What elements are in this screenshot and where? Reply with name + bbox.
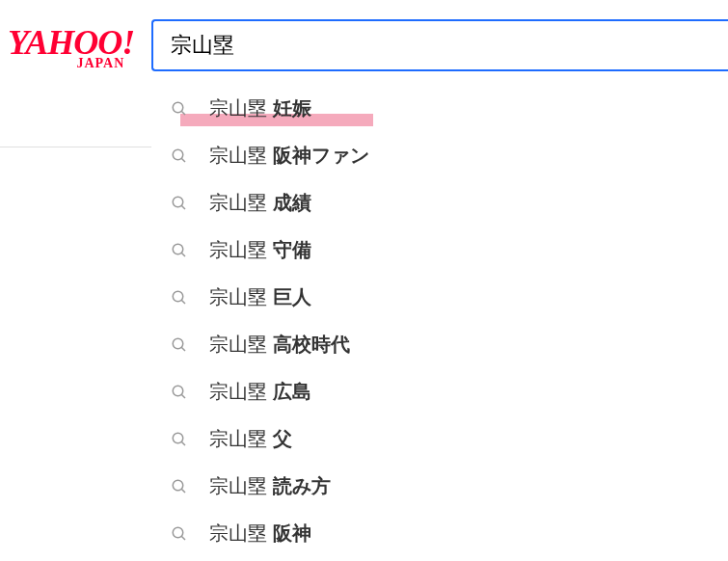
suggestion-item[interactable]: 宗山塁 巨人 (151, 274, 728, 321)
header: YAHOO! JAPAN 宗山塁 妊娠宗山塁 阪神ファン宗山塁 成績宗山塁 守備… (0, 0, 728, 71)
suggestion-item[interactable]: 宗山塁 阪神 (151, 510, 728, 557)
suggestion-completion: 守備 (273, 239, 311, 260)
logo-main-text: YAHOO! (8, 27, 134, 58)
svg-point-16 (174, 480, 184, 491)
suggestion-item[interactable]: 宗山塁 読み方 (151, 463, 728, 510)
search-input[interactable] (151, 19, 728, 71)
suggestion-prefix: 宗山塁 (209, 286, 273, 307)
svg-point-6 (174, 244, 184, 254)
suggestion-text: 宗山塁 成績 (209, 190, 311, 216)
suggestion-completion: 父 (273, 428, 292, 449)
suggestion-prefix: 宗山塁 (209, 381, 273, 402)
search-icon (171, 242, 188, 259)
svg-line-11 (182, 347, 186, 351)
svg-line-13 (182, 394, 186, 398)
svg-line-1 (182, 111, 186, 115)
search-icon (171, 431, 188, 448)
suggestion-item[interactable]: 宗山塁 成績 (151, 179, 728, 227)
suggestion-prefix: 宗山塁 (209, 145, 273, 166)
suggestion-text: 宗山塁 妊娠 (209, 95, 311, 121)
suggestion-completion: 広島 (273, 381, 311, 402)
suggestion-completion: 成績 (273, 192, 311, 213)
search-icon (171, 336, 188, 354)
suggestion-completion: 阪神 (273, 522, 311, 544)
svg-line-3 (182, 158, 186, 162)
suggestion-text: 宗山塁 守備 (209, 237, 311, 263)
svg-point-0 (174, 102, 184, 113)
search-icon (171, 100, 188, 118)
search-icon (171, 478, 188, 495)
svg-line-5 (182, 205, 186, 209)
svg-line-7 (182, 253, 186, 256)
svg-point-18 (174, 527, 184, 538)
suggestion-prefix: 宗山塁 (209, 192, 273, 213)
suggestion-prefix: 宗山塁 (209, 97, 273, 119)
suggestion-prefix: 宗山塁 (209, 522, 273, 544)
suggestion-completion: 妊娠 (273, 97, 311, 119)
svg-point-8 (174, 291, 184, 302)
svg-line-15 (182, 441, 186, 445)
suggestion-text: 宗山塁 高校時代 (209, 332, 350, 358)
search-icon (171, 147, 188, 165)
suggestion-item[interactable]: 宗山塁 妊娠 (151, 85, 728, 132)
suggestion-item[interactable]: 宗山塁 広島 (151, 368, 728, 415)
svg-line-9 (182, 300, 186, 304)
suggestion-text: 宗山塁 阪神 (209, 521, 311, 547)
suggestion-prefix: 宗山塁 (209, 428, 273, 449)
search-icon (171, 384, 188, 401)
search-icon (171, 195, 188, 212)
search-container: 宗山塁 妊娠宗山塁 阪神ファン宗山塁 成績宗山塁 守備宗山塁 巨人宗山塁 高校時… (151, 19, 728, 71)
suggestion-prefix: 宗山塁 (209, 475, 273, 496)
search-icon (171, 289, 188, 307)
svg-point-14 (174, 433, 184, 443)
suggestion-text: 宗山塁 読み方 (209, 473, 331, 499)
suggestion-prefix: 宗山塁 (209, 334, 273, 355)
suggestion-completion: 阪神ファン (273, 145, 369, 166)
svg-point-4 (174, 197, 184, 207)
suggestion-item[interactable]: 宗山塁 阪神ファン (151, 132, 728, 179)
suggestion-completion: 高校時代 (273, 334, 350, 355)
yahoo-logo[interactable]: YAHOO! JAPAN (8, 27, 134, 71)
svg-point-12 (174, 386, 184, 396)
svg-line-17 (182, 489, 186, 493)
suggestion-item[interactable]: 宗山塁 守備 (151, 227, 728, 274)
suggestions-dropdown: 宗山塁 妊娠宗山塁 阪神ファン宗山塁 成績宗山塁 守備宗山塁 巨人宗山塁 高校時… (151, 85, 728, 557)
svg-point-10 (174, 338, 184, 349)
suggestion-text: 宗山塁 父 (209, 426, 292, 452)
suggestion-text: 宗山塁 阪神ファン (209, 143, 369, 169)
search-icon (171, 525, 188, 543)
suggestion-text: 宗山塁 広島 (209, 379, 311, 405)
suggestion-completion: 読み方 (273, 475, 331, 496)
svg-line-19 (182, 536, 186, 540)
svg-point-2 (174, 149, 184, 160)
suggestion-prefix: 宗山塁 (209, 239, 273, 260)
suggestion-text: 宗山塁 巨人 (209, 284, 311, 310)
suggestion-item[interactable]: 宗山塁 父 (151, 415, 728, 463)
suggestion-completion: 巨人 (273, 286, 311, 307)
suggestion-item[interactable]: 宗山塁 高校時代 (151, 321, 728, 368)
